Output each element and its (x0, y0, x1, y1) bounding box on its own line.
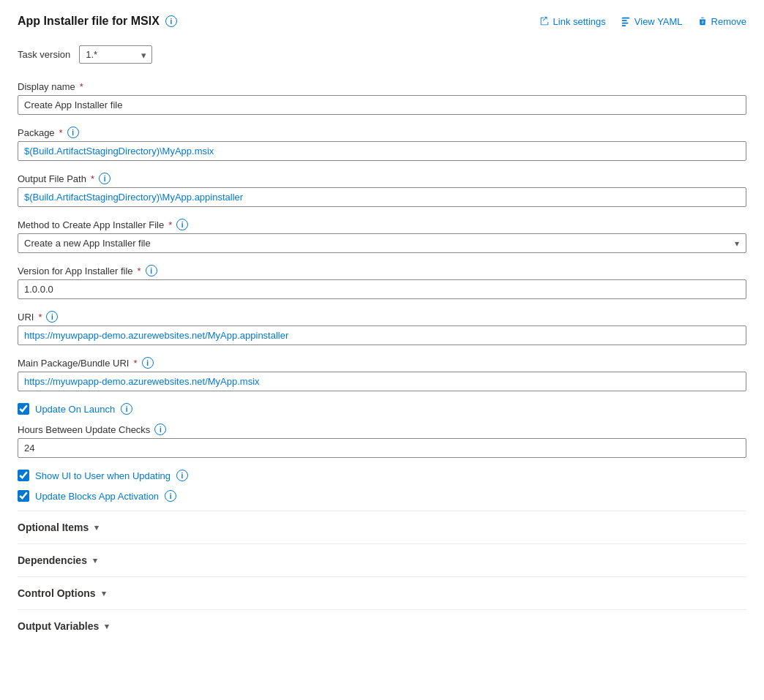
uri-input[interactable] (18, 325, 746, 345)
output-file-path-input[interactable] (18, 187, 746, 207)
dependencies-header[interactable]: Dependencies ▾ (18, 543, 746, 576)
hours-update-group: Hours Between Update Checks i (18, 424, 746, 458)
uri-label: URI * i (18, 311, 746, 323)
version-required: * (138, 266, 141, 276)
link-settings-icon (539, 16, 550, 26)
optional-items-section: Optional Items ▾ (18, 511, 746, 543)
hours-update-label: Hours Between Update Checks i (18, 424, 746, 435)
update-on-launch-checkbox[interactable] (18, 403, 29, 415)
control-options-header[interactable]: Control Options ▾ (18, 576, 746, 609)
update-on-launch-info-icon[interactable]: i (121, 403, 132, 415)
output-variables-label: Output Variables (18, 620, 99, 632)
svg-rect-1 (622, 20, 627, 21)
package-input[interactable] (18, 141, 746, 161)
view-yaml-button[interactable]: View YAML (621, 16, 683, 27)
package-label: Package * i (18, 127, 746, 138)
page-title: App Installer file for MSIX (18, 15, 160, 28)
display-name-label: Display name * (18, 81, 746, 92)
optional-items-chevron-icon: ▾ (94, 523, 99, 532)
method-group: Method to Create App Installer File * i … (18, 219, 746, 253)
control-options-section: Control Options ▾ (18, 576, 746, 609)
svg-rect-2 (622, 23, 629, 24)
version-info-icon[interactable]: i (146, 265, 157, 276)
update-blocks-activation-info-icon[interactable]: i (165, 490, 176, 502)
display-name-input[interactable] (18, 95, 746, 115)
header-actions: Link settings View YAML Remove (539, 16, 746, 27)
update-blocks-activation-label[interactable]: Update Blocks App Activation (35, 491, 159, 502)
svg-rect-0 (622, 18, 630, 19)
method-select[interactable]: Create a new App Installer file Update e… (18, 233, 746, 253)
main-package-uri-info-icon[interactable]: i (142, 357, 154, 369)
main-package-uri-group: Main Package/Bundle URI * i (18, 357, 746, 391)
task-version-label: Task version (18, 49, 70, 60)
display-name-group: Display name * (18, 81, 746, 115)
version-label: Version for App Installer file * i (18, 265, 746, 276)
main-package-uri-label: Main Package/Bundle URI * i (18, 357, 746, 369)
dependencies-section: Dependencies ▾ (18, 543, 746, 576)
output-file-path-info-icon[interactable]: i (99, 173, 111, 184)
task-version-select-wrapper: 1.* 2.* 0.* ▾ (79, 45, 152, 64)
display-name-required: * (80, 81, 83, 92)
link-settings-button[interactable]: Link settings (539, 16, 606, 27)
version-input[interactable] (18, 279, 746, 299)
output-file-path-label: Output File Path * i (18, 173, 746, 184)
method-label: Method to Create App Installer File * i (18, 219, 746, 230)
hours-update-info-icon[interactable]: i (154, 424, 166, 435)
show-ui-updating-label[interactable]: Show UI to User when Updating (35, 470, 171, 481)
dependencies-chevron-icon: ▾ (93, 556, 97, 565)
method-required: * (168, 219, 172, 230)
output-variables-section: Output Variables ▾ (18, 609, 746, 642)
output-file-path-required: * (91, 173, 94, 184)
update-on-launch-row: Update On Launch i (18, 403, 746, 415)
output-variables-header[interactable]: Output Variables ▾ (18, 609, 746, 642)
optional-items-label: Optional Items (18, 522, 89, 533)
task-version-select[interactable]: 1.* 2.* 0.* (79, 45, 152, 64)
control-options-label: Control Options (18, 587, 96, 599)
method-info-icon[interactable]: i (176, 219, 188, 230)
uri-required: * (38, 312, 42, 323)
main-package-uri-input[interactable] (18, 372, 746, 391)
remove-icon (697, 16, 708, 26)
remove-button[interactable]: Remove (697, 16, 746, 27)
page-title-area: App Installer file for MSIX i (18, 15, 177, 28)
update-blocks-activation-row: Update Blocks App Activation i (18, 490, 746, 502)
show-ui-updating-row: Show UI to User when Updating i (18, 470, 746, 481)
package-group: Package * i (18, 127, 746, 161)
control-options-chevron-icon: ▾ (102, 589, 106, 598)
update-on-launch-label[interactable]: Update On Launch (35, 404, 115, 415)
page-header: App Installer file for MSIX i Link setti… (18, 15, 746, 28)
output-variables-chevron-icon: ▾ (105, 622, 109, 631)
output-file-path-group: Output File Path * i (18, 173, 746, 207)
method-dropdown-wrapper: Create a new App Installer file Update e… (18, 233, 746, 253)
optional-items-header[interactable]: Optional Items ▾ (18, 511, 746, 543)
dependencies-label: Dependencies (18, 554, 87, 566)
svg-rect-3 (622, 25, 626, 26)
uri-group: URI * i (18, 311, 746, 345)
update-blocks-activation-checkbox[interactable] (18, 490, 29, 502)
view-yaml-icon (621, 16, 631, 26)
show-ui-updating-checkbox[interactable] (18, 470, 29, 481)
show-ui-updating-info-icon[interactable]: i (176, 470, 188, 481)
package-info-icon[interactable]: i (67, 127, 79, 138)
hours-update-input[interactable] (18, 438, 746, 458)
main-package-uri-required: * (133, 358, 137, 369)
version-group: Version for App Installer file * i (18, 265, 746, 299)
uri-info-icon[interactable]: i (46, 311, 58, 323)
title-info-icon[interactable]: i (165, 15, 177, 27)
package-required: * (59, 127, 63, 138)
task-version-row: Task version 1.* 2.* 0.* ▾ (18, 45, 746, 64)
